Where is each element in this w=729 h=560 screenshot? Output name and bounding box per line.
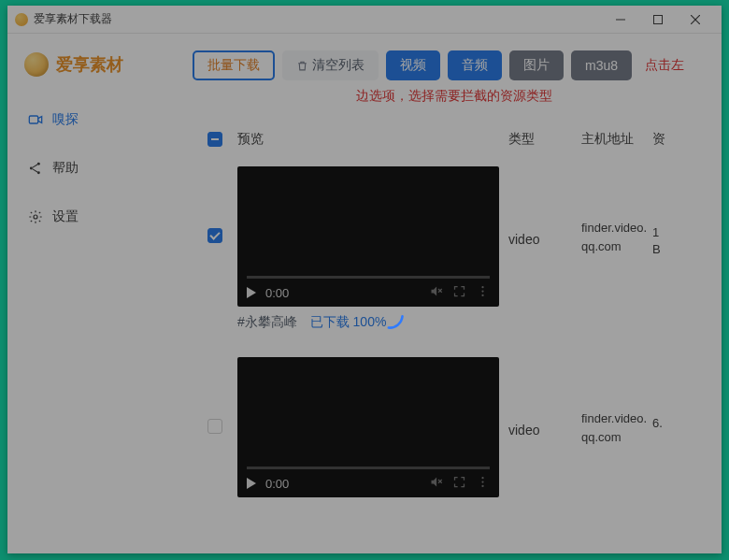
svg-point-18 — [481, 477, 483, 479]
filter-audio-button[interactable]: 音频 — [448, 50, 502, 80]
nav-sniff[interactable]: 嗅探 — [19, 99, 164, 140]
sidebar: 爱享素材 嗅探 帮助 设置 — [7, 34, 176, 553]
svg-line-9 — [33, 169, 37, 172]
type-cell: video — [508, 166, 581, 247]
filter-m3u8-button[interactable]: m3u8 — [571, 50, 632, 80]
app-icon — [15, 13, 28, 26]
share-icon — [28, 161, 43, 176]
nav-help[interactable]: 帮助 — [19, 148, 164, 189]
more-icon[interactable] — [476, 475, 490, 492]
col-size-header: 资 — [652, 131, 680, 148]
video-camera-icon — [28, 112, 43, 127]
clear-list-button[interactable]: 清空列表 — [282, 50, 379, 80]
mute-icon[interactable] — [429, 475, 443, 492]
svg-line-8 — [33, 165, 37, 167]
download-status: 已下载 100% — [310, 314, 387, 329]
col-preview-header: 预览 — [237, 131, 508, 148]
window-title: 爱享素材下载器 — [34, 11, 112, 27]
play-icon[interactable] — [247, 478, 256, 489]
fullscreen-icon[interactable] — [452, 475, 466, 492]
table-header: 预览 类型 主机地址 资 — [193, 125, 716, 153]
svg-point-6 — [37, 163, 40, 165]
svg-point-20 — [481, 485, 483, 487]
hint-text-right: 点击左 — [645, 57, 684, 74]
svg-point-14 — [481, 290, 483, 292]
main-panel: 批量下载 清空列表 视频 音频 图片 m3u8 点击左 边选项，选择需要拦截的资… — [176, 34, 722, 553]
table-rows: 0:00 #永攀高峰 已下载 100% — [193, 153, 716, 509]
close-button[interactable] — [677, 6, 714, 34]
gear-icon — [28, 209, 43, 224]
host-cell: finder.video.qq.com — [581, 357, 652, 446]
brand-name: 爱享素材 — [56, 53, 123, 76]
filter-video-button[interactable]: 视频 — [386, 50, 440, 80]
brand-logo-icon — [24, 52, 49, 77]
video-caption: #永攀高峰 — [237, 314, 297, 329]
batch-download-button[interactable]: 批量下载 — [193, 50, 275, 80]
size-cell: 1B — [652, 166, 680, 258]
play-icon[interactable] — [247, 287, 256, 298]
svg-point-13 — [481, 286, 483, 288]
video-time: 0:00 — [265, 477, 289, 491]
brand: 爱享素材 — [19, 52, 164, 77]
mute-icon[interactable] — [429, 284, 443, 301]
svg-rect-4 — [29, 116, 37, 123]
svg-point-15 — [481, 294, 483, 296]
hint-text-below: 边选项，选择需要拦截的资源类型 — [193, 88, 716, 105]
maximize-button[interactable] — [639, 6, 677, 34]
svg-point-19 — [481, 481, 483, 482]
host-cell: finder.video.qq.com — [581, 166, 652, 255]
nav-settings-label: 设置 — [52, 208, 79, 225]
table-row: 0:00 #永攀高峰 已下载 100% — [193, 153, 716, 344]
trash-icon — [296, 60, 308, 72]
nav-sniff-label: 嗅探 — [52, 111, 79, 128]
app-window: 爱享素材下载器 爱享素材 嗅探 — [7, 6, 722, 553]
more-icon[interactable] — [476, 284, 490, 301]
row-checkbox[interactable] — [207, 228, 222, 243]
video-time: 0:00 — [265, 286, 289, 300]
toolbar: 批量下载 清空列表 视频 音频 图片 m3u8 点击左 — [193, 50, 716, 80]
titlebar: 爱享素材下载器 — [7, 6, 722, 34]
nav-help-label: 帮助 — [52, 160, 79, 177]
filter-image-button[interactable]: 图片 — [509, 50, 564, 80]
col-host-header: 主机地址 — [581, 131, 652, 148]
col-type-header: 类型 — [508, 131, 581, 148]
video-preview[interactable]: 0:00 — [237, 166, 499, 307]
video-preview[interactable]: 0:00 — [237, 357, 499, 497]
row-checkbox[interactable] — [207, 419, 222, 434]
fullscreen-icon[interactable] — [452, 284, 466, 301]
nav-settings[interactable]: 设置 — [19, 196, 164, 237]
minimize-button[interactable] — [602, 6, 639, 34]
svg-point-10 — [34, 215, 37, 219]
type-cell: video — [508, 357, 581, 438]
svg-rect-1 — [654, 15, 663, 23]
size-cell: 6. — [652, 357, 680, 432]
table-row: 0:00 video finder.video.qq.com — [193, 344, 716, 509]
select-all-checkbox[interactable] — [207, 132, 222, 147]
video-progress[interactable] — [247, 467, 490, 469]
video-progress[interactable] — [247, 276, 490, 279]
svg-point-7 — [37, 171, 40, 174]
